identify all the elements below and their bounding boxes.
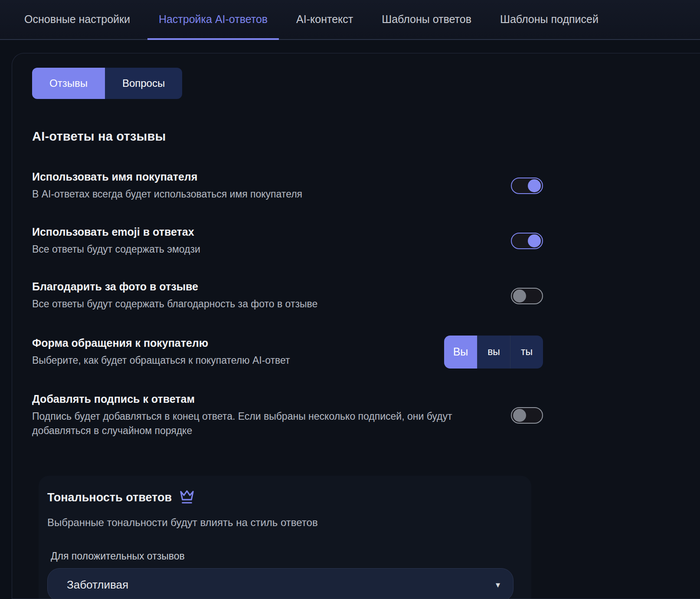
setting-description: Все ответы будут содержать благодарность…: [32, 297, 317, 311]
tab-ai-answers-settings[interactable]: Настройка AI-ответов: [147, 0, 279, 40]
address-form-segmented: Вы вы ты: [444, 336, 543, 369]
select-value: Заботливая: [67, 578, 128, 592]
setting-description: Выберите, как будет обращаться к покупат…: [32, 353, 290, 368]
segment-vy-formal[interactable]: Вы: [444, 336, 477, 369]
toggle-knob: [513, 409, 526, 422]
setting-row-use-emoji: Использовать emoji в ответах Все ответы …: [32, 226, 563, 257]
tab-signature-templates[interactable]: Шаблоны подписей: [489, 0, 610, 40]
toggle-knob: [513, 290, 526, 303]
tab-main-settings[interactable]: Основные настройки: [13, 0, 141, 40]
segment-ty[interactable]: ты: [510, 336, 543, 369]
use-buyer-name-toggle[interactable]: [511, 178, 543, 194]
thank-for-photo-toggle[interactable]: [511, 288, 543, 304]
subtab-questions[interactable]: Вопросы: [105, 68, 182, 99]
reviews-questions-toggle: Отзывы Вопросы: [32, 68, 182, 99]
setting-title: Использовать emoji в ответах: [32, 226, 200, 238]
tonality-header: Тональность ответов: [47, 490, 523, 505]
tab-bar: Основные настройки Настройка AI-ответов …: [0, 0, 700, 40]
crown-icon: [179, 490, 195, 505]
tonality-card: Тональность ответов Выбранные тональност…: [39, 476, 531, 599]
setting-title: Благодарить за фото в отзыве: [32, 280, 317, 293]
setting-row-address-form: Форма обращения к покупателю Выберите, к…: [32, 336, 563, 369]
setting-description: Подпись будет добавляться в конец ответа…: [32, 409, 470, 438]
section-title: AI-ответы на отзывы: [32, 129, 700, 144]
setting-text: Добавлять подпись к ответам Подпись буде…: [32, 393, 470, 438]
toggle-knob: [528, 234, 541, 247]
tab-answer-templates[interactable]: Шаблоны ответов: [370, 0, 483, 40]
setting-description: Все ответы будут содержать эмодзи: [32, 242, 200, 257]
tab-ai-context[interactable]: AI-контекст: [285, 0, 364, 40]
setting-title: Форма обращения к покупателю: [32, 337, 290, 349]
segment-vy-lower[interactable]: вы: [477, 336, 510, 369]
setting-text: Форма обращения к покупателю Выберите, к…: [32, 337, 290, 368]
setting-text: Использовать имя покупателя В AI-ответах…: [32, 171, 302, 201]
setting-row-add-signature: Добавлять подпись к ответам Подпись буде…: [32, 393, 563, 438]
tonality-description: Выбранные тональности будут влиять на ст…: [47, 517, 523, 529]
setting-text: Использовать emoji в ответах Все ответы …: [32, 226, 200, 257]
tonality-title: Тональность ответов: [47, 491, 172, 504]
subtab-reviews[interactable]: Отзывы: [32, 68, 105, 99]
setting-description: В AI-ответах всегда будет использоваться…: [32, 187, 302, 201]
toggle-knob: [528, 179, 541, 192]
setting-text: Благодарить за фото в отзыве Все ответы …: [32, 280, 317, 311]
setting-row-thank-for-photo: Благодарить за фото в отзыве Все ответы …: [32, 280, 563, 311]
use-emoji-toggle[interactable]: [511, 233, 543, 249]
setting-title: Добавлять подпись к ответам: [32, 393, 470, 405]
positive-reviews-label: Для положительных отзывов: [51, 550, 523, 562]
settings-card: Отзывы Вопросы AI-ответы на отзывы Испол…: [12, 53, 700, 599]
positive-tonality-select[interactable]: Заботливая ▾: [47, 568, 514, 599]
chevron-down-icon: ▾: [496, 579, 500, 590]
add-signature-toggle[interactable]: [511, 407, 543, 424]
setting-title: Использовать имя покупателя: [32, 171, 302, 183]
setting-row-use-buyer-name: Использовать имя покупателя В AI-ответах…: [32, 171, 563, 201]
